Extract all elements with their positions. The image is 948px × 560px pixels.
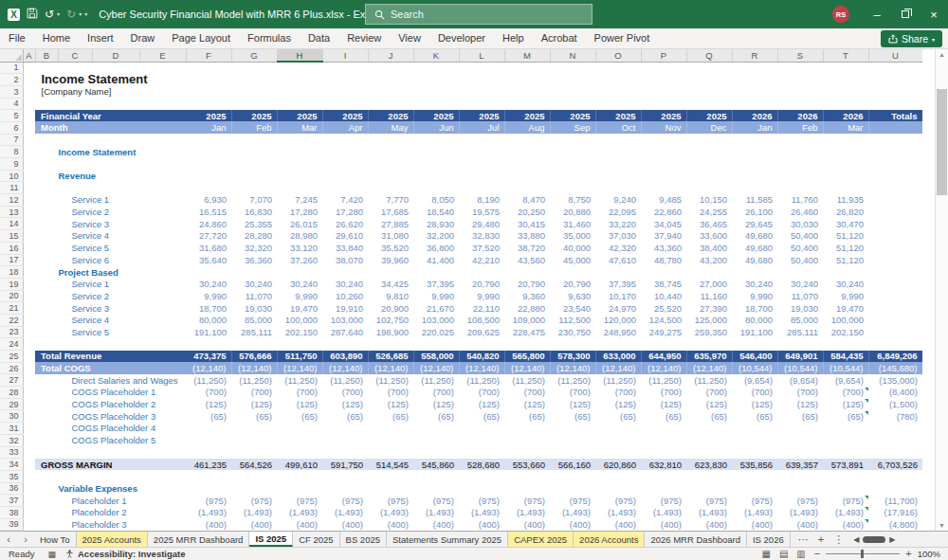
cell[interactable] (868, 206, 922, 218)
cell[interactable]: 2025 (595, 110, 641, 122)
cell[interactable]: 20,900 (368, 302, 413, 315)
row-header-30[interactable]: 30 (0, 410, 23, 423)
sheet-tab-2025-mrr-dashboard[interactable]: 2025 MRR Dashboard (148, 532, 250, 547)
row-header-23[interactable]: 23 (0, 326, 23, 338)
row-header-28[interactable]: 28 (0, 387, 23, 399)
cell[interactable] (868, 326, 922, 338)
cell[interactable] (23, 121, 35, 134)
cell[interactable]: 41,400 (413, 254, 459, 266)
cell[interactable]: 2025 (322, 110, 368, 122)
cell[interactable]: (975) (732, 495, 777, 507)
column-header-T[interactable]: T (823, 49, 868, 62)
cell[interactable]: 26,820 (823, 206, 868, 218)
cell[interactable] (23, 362, 35, 374)
row-header-26[interactable]: 26 (0, 362, 23, 374)
cell[interactable]: (125) (595, 398, 641, 410)
cell[interactable]: 2026 (732, 110, 777, 122)
zoom-in-button[interactable]: + (905, 550, 911, 558)
cell[interactable] (186, 170, 922, 182)
cell[interactable] (868, 230, 922, 243)
cell[interactable]: 499,610 (277, 459, 322, 471)
undo-caret-icon[interactable]: ▾ (57, 9, 60, 20)
cell[interactable]: 230,750 (550, 326, 595, 338)
cell[interactable]: 27,390 (686, 302, 732, 315)
cell[interactable]: 43,200 (686, 254, 732, 266)
cell[interactable]: (400) (322, 518, 368, 531)
cell[interactable]: 514,545 (368, 459, 413, 471)
row-header-22[interactable]: 22 (0, 314, 23, 326)
cell[interactable]: (975) (186, 495, 231, 507)
cell[interactable]: 35,000 (550, 230, 595, 243)
row-header-7[interactable]: 7 (0, 134, 23, 146)
cell[interactable]: 103,000 (413, 314, 459, 326)
cell[interactable] (186, 482, 922, 495)
cell[interactable]: 19,030 (777, 302, 823, 315)
row-header-6[interactable]: 6 (0, 121, 23, 134)
qat-customize-button[interactable]: ▾ (84, 9, 87, 20)
cell[interactable]: (125) (641, 398, 686, 410)
cell[interactable]: Jul (459, 121, 504, 134)
cell[interactable]: COGS Placeholder 1 (23, 387, 186, 399)
cell[interactable]: 42,320 (595, 242, 641, 254)
column-header-A[interactable]: A (23, 49, 35, 62)
column-header-S[interactable]: S (777, 49, 823, 62)
column-header-F[interactable]: F (186, 49, 231, 62)
cell[interactable]: Jun (413, 121, 459, 134)
cell[interactable] (186, 266, 922, 279)
cell[interactable]: (125) (322, 398, 368, 410)
hscroll-right-icon[interactable]: ▶ (889, 535, 895, 544)
cell[interactable]: 85,000 (777, 314, 823, 326)
cell[interactable]: 209,625 (459, 326, 504, 338)
sheet-tab-2025-accounts[interactable]: 2025 Accounts (77, 532, 148, 547)
cell[interactable]: 125,000 (686, 314, 732, 326)
cell[interactable]: Aug (504, 121, 550, 134)
cell[interactable]: 11,070 (777, 290, 823, 302)
cell[interactable]: (400) (686, 518, 732, 531)
row-header-35[interactable]: 35 (0, 470, 23, 482)
cell[interactable]: 644,950 (641, 351, 686, 363)
account-avatar[interactable]: RS (832, 6, 849, 23)
save-button[interactable] (27, 8, 38, 21)
cell[interactable]: (700) (231, 387, 277, 399)
cell[interactable]: 32,320 (231, 242, 277, 254)
cell[interactable]: 80,000 (186, 314, 231, 326)
cell[interactable]: 20,790 (459, 278, 504, 290)
row-header-2[interactable]: 2 (0, 74, 23, 86)
cell[interactable]: 6,930 (186, 194, 231, 207)
column-header-R[interactable]: R (732, 49, 777, 62)
cell[interactable]: (975) (504, 495, 550, 507)
cell[interactable]: 8,470 (504, 194, 550, 207)
cell[interactable]: 202,150 (823, 326, 868, 338)
cell[interactable] (23, 110, 35, 122)
cell[interactable]: 649,901 (777, 351, 823, 363)
cell[interactable]: 584,435 (823, 351, 868, 363)
cell[interactable]: 546,400 (732, 351, 777, 363)
cell[interactable] (23, 351, 35, 363)
cell[interactable] (868, 194, 922, 207)
cell[interactable]: (12,140) (186, 362, 231, 374)
cell[interactable]: (400) (231, 518, 277, 531)
vertical-scrollbar[interactable]: ▲ ▼ (935, 49, 948, 531)
cell[interactable]: Placeholder 2 (23, 506, 186, 518)
sheet-tab-cf-2025[interactable]: CF 2025 (293, 532, 339, 547)
cell[interactable]: 43,360 (641, 242, 686, 254)
cell[interactable]: Totals (868, 110, 922, 122)
row-header-37[interactable]: 37 (0, 495, 23, 507)
hscroll-left-icon[interactable]: ◀ (853, 535, 859, 544)
sheet-tab-is-2026[interactable]: IS 2026 (747, 532, 791, 547)
cell[interactable]: 22,095 (595, 206, 641, 218)
cell[interactable]: Mar (823, 121, 868, 134)
cell[interactable]: Jan (186, 121, 231, 134)
cell[interactable]: 48,780 (641, 254, 686, 266)
cell[interactable]: 40,000 (550, 242, 595, 254)
cell[interactable]: 9,990 (823, 290, 868, 302)
cell[interactable]: 37,520 (459, 242, 504, 254)
cell[interactable]: 9,360 (504, 290, 550, 302)
cell[interactable] (23, 98, 922, 110)
cell[interactable]: 19,470 (823, 302, 868, 315)
cell[interactable]: (700) (550, 387, 595, 399)
cell[interactable]: 51,120 (823, 242, 868, 254)
cell[interactable]: 30,470 (823, 218, 868, 230)
sheet-tab-is-2025[interactable]: IS 2025 (249, 532, 293, 547)
cell[interactable]: Dec (686, 121, 732, 134)
